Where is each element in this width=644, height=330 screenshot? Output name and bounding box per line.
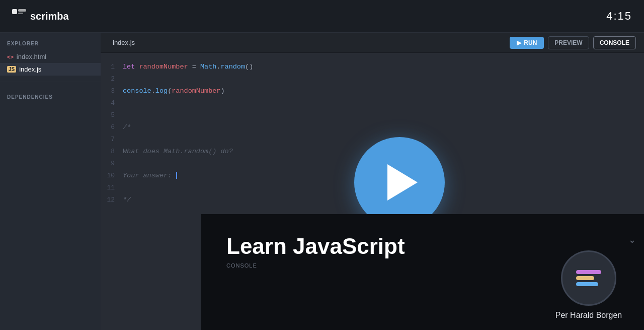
- bottom-panel: Learn JavaScript CONSOLE ⌄ Per Harald Bo…: [201, 214, 644, 330]
- console-button[interactable]: CONSOLE: [593, 36, 636, 49]
- svg-rect-1: [18, 9, 26, 12]
- avatar-bar-3: [576, 282, 598, 286]
- editor-tabs-bar: index.js ▶ RUN PREVIEW CONSOLE: [101, 33, 644, 53]
- code-line-3: 3 console.log(randomNumber): [101, 85, 644, 97]
- avatar-bar-2: [576, 276, 594, 280]
- bottom-right: ⌄ Per Harald Borgen: [533, 214, 644, 330]
- html-file-name: index.html: [17, 53, 46, 60]
- bottom-left: Learn JavaScript CONSOLE: [201, 214, 533, 330]
- timer-display: 4:15: [606, 10, 632, 23]
- code-line-5: 5: [101, 109, 644, 121]
- sidebar-item-html[interactable]: <> index.html: [0, 50, 101, 63]
- avatar-bar-1: [576, 270, 601, 274]
- avatar-inner: [576, 270, 601, 286]
- play-triangle-icon: [387, 164, 418, 201]
- bottom-content: Learn JavaScript CONSOLE ⌄ Per Harald Bo…: [201, 214, 644, 330]
- run-icon: ▶: [517, 39, 521, 46]
- code-line-6: 6 /*: [101, 121, 644, 134]
- editor-tab-indexjs[interactable]: index.js: [109, 39, 139, 46]
- sidebar-divider: [0, 82, 101, 82]
- js-icon: JS: [7, 66, 16, 73]
- logo-text: scrimba: [30, 11, 69, 22]
- learn-title: Learn JavaScript: [226, 234, 508, 258]
- chevron-down-icon[interactable]: ⌄: [628, 234, 636, 245]
- editor-panel: index.js ▶ RUN PREVIEW CONSOLE 1 let ran…: [101, 33, 644, 330]
- code-line-1: 1 let randomNumber = Math.random(): [101, 61, 644, 73]
- scrimba-logo-icon: [12, 9, 26, 23]
- svg-rect-2: [18, 13, 23, 14]
- sidebar: EXPLORER <> index.html JS index.js DEPEN…: [0, 33, 101, 330]
- run-button[interactable]: ▶ RUN: [510, 37, 544, 49]
- instructor-name: Per Harald Borgen: [555, 311, 622, 320]
- editor-actions: ▶ RUN PREVIEW CONSOLE: [510, 36, 636, 49]
- explorer-label: EXPLORER: [0, 41, 101, 50]
- top-header: scrimba 4:15: [0, 0, 644, 33]
- sidebar-item-js[interactable]: JS index.js: [0, 63, 101, 76]
- svg-rect-0: [12, 9, 17, 14]
- main-area: EXPLORER <> index.html JS index.js DEPEN…: [0, 33, 644, 330]
- instructor-avatar[interactable]: [561, 250, 616, 306]
- console-label-bottom: CONSOLE: [226, 262, 508, 269]
- code-line-2: 2: [101, 73, 644, 85]
- code-line-7: 7: [101, 134, 644, 146]
- run-label: RUN: [524, 39, 537, 46]
- js-file-name: index.js: [19, 65, 41, 73]
- logo: scrimba: [12, 9, 69, 23]
- code-line-4: 4: [101, 97, 644, 109]
- html-icon: <>: [7, 54, 14, 60]
- preview-button[interactable]: PREVIEW: [548, 36, 589, 49]
- text-cursor: [176, 172, 177, 179]
- dependencies-label: DEPENDENCIES: [0, 94, 101, 104]
